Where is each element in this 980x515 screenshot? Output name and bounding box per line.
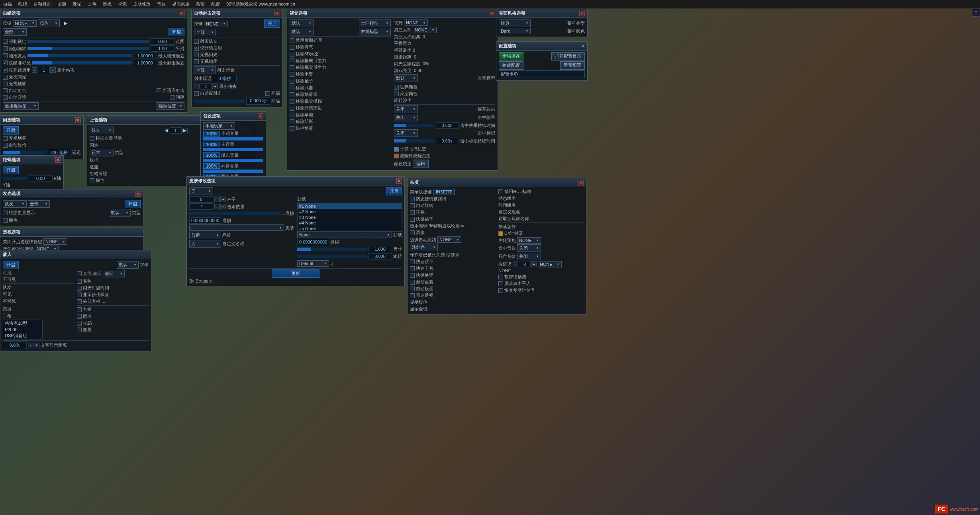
remove-grass-cb[interactable]	[290, 113, 294, 117]
xray-open-key-dropdown[interactable]: NONE	[43, 238, 67, 245]
menu-item-autoshoot[interactable]: 自动射击	[30, 0, 54, 8]
as-key-dropdown[interactable]: NONE	[204, 21, 228, 27]
remove-hand-cb[interactable]	[290, 72, 294, 77]
misc-header[interactable]: 杂项 ✕	[408, 178, 586, 187]
create-config-btn[interactable]: 创建配置	[499, 61, 523, 70]
connect-cb[interactable]	[410, 210, 415, 215]
force-lock-checkbox[interactable]	[3, 39, 8, 44]
skin-default-dropdown[interactable]: Default	[297, 260, 329, 267]
aimbot-enable-btn[interactable]: 开启	[169, 28, 184, 36]
death-sound-dropdown[interactable]: 关闭	[517, 253, 541, 260]
fast-label-cb[interactable]	[410, 266, 415, 271]
hit-effect-dropdown[interactable]: 关闭	[394, 114, 418, 121]
remove-shadow-cb[interactable]	[290, 119, 294, 124]
xray-header[interactable]: 透视选项	[0, 228, 143, 237]
aim-friend-value[interactable]: 1.00000	[133, 53, 157, 59]
auto-pressure-cb[interactable]	[3, 143, 8, 148]
weapon-item-p2000[interactable]: P2000	[3, 327, 42, 332]
remove-blur-cb[interactable]	[290, 99, 294, 104]
fake-lag-value[interactable]: 0	[519, 261, 531, 267]
only-visible-value[interactable]: 1.00000	[133, 60, 157, 66]
auto-reload-cb[interactable]	[410, 280, 415, 285]
auto-shoot-header[interactable]: 自动射击选项 ✕	[192, 9, 282, 18]
reset-config-btn[interactable]: 重置配置	[560, 61, 585, 70]
fast-switch-cb[interactable]	[410, 273, 415, 278]
aim-pos-dropdown[interactable]: 瞄准位置	[157, 102, 184, 110]
min-dmg-as-value[interactable]: 1	[200, 83, 212, 90]
pitch-enable-btn[interactable]: 开启	[3, 166, 19, 174]
only-visible-checkbox[interactable]	[3, 60, 8, 65]
menu-item-visual[interactable]: 视觉	[115, 0, 130, 8]
sticker-5[interactable]: #5 None	[298, 226, 402, 231]
fake-lag-plus[interactable]: +	[531, 261, 537, 267]
dist-minus[interactable]: -	[28, 343, 33, 348]
color-corr-edit-btn[interactable]: 编辑	[413, 160, 429, 168]
enemy-default-dropdown[interactable]: 默认	[117, 261, 139, 269]
menu-item-xray[interactable]: 透视	[100, 0, 115, 8]
sticker-wear-value[interactable]: 0.0000000000	[297, 239, 329, 245]
auto-rotate-cb[interactable]	[410, 203, 415, 208]
screen-effect-dropdown[interactable]: 关闭	[394, 105, 418, 113]
third-person-dropdown[interactable]: NONE	[413, 27, 437, 33]
recoil-enable-btn[interactable]: 开启	[3, 126, 19, 135]
remove-3dsky-cb[interactable]	[290, 52, 294, 57]
config-header[interactable]: 配置选项 ∧	[496, 42, 587, 51]
fov-dropdown[interactable]: NONE	[404, 20, 428, 26]
sticker-4[interactable]: #4 None	[298, 220, 402, 226]
enemy-header[interactable]: 敌人	[0, 250, 151, 259]
kills-minus[interactable]: -	[214, 204, 220, 209]
skin-update-btn[interactable]: 更新	[272, 269, 319, 278]
observer-model-dropdown[interactable]: 察觉模型	[359, 28, 391, 35]
glow-header[interactable]: 发光选项 ✕	[0, 189, 143, 198]
pink-color-dropdown[interactable]: 淡红色	[410, 244, 438, 251]
menu-item-chicken[interactable]: 吃鸡	[15, 0, 30, 8]
auto-shoot-close[interactable]: ✕	[274, 11, 280, 16]
shoot-friend-cb[interactable]	[194, 39, 199, 44]
menu-item-ui[interactable]: 界面风格	[169, 0, 193, 8]
ui-header[interactable]: 界面风格选项 ✕	[496, 9, 587, 18]
sound-player-dropdown[interactable]: 本地玩家	[203, 122, 235, 130]
remove-sleeve-cb[interactable]	[290, 79, 294, 84]
scope-only-as-cb[interactable]	[194, 46, 199, 51]
kills-value[interactable]: -1	[189, 203, 213, 210]
no-smoke-as-cb[interactable]	[194, 59, 199, 64]
glow-color-cb[interactable]	[3, 218, 8, 223]
glow-close[interactable]: ✕	[135, 191, 141, 197]
open-dir-btn[interactable]: 打开配置目录	[551, 52, 585, 60]
right-hp-cb[interactable]	[77, 328, 82, 332]
flash-time-cb[interactable]	[77, 286, 82, 291]
delay-value[interactable]: 0 毫秒	[213, 75, 237, 82]
sticker-rotate-value[interactable]: 0.000	[368, 253, 392, 259]
menu-item-recoil[interactable]: 回溯	[54, 0, 69, 8]
sticker-2[interactable]: #2 None	[298, 209, 402, 215]
uc-blood-cb[interactable]	[90, 136, 94, 141]
line-bottom-cb[interactable]	[77, 271, 82, 276]
skin-quality-dropdown[interactable]: 普通	[189, 232, 221, 239]
sky-color-cb[interactable]	[394, 92, 399, 96]
sticker-size-value[interactable]: 1.000	[368, 246, 392, 252]
help-button[interactable]: ?	[972, 9, 980, 17]
uc-count-prev[interactable]: ◀	[164, 128, 169, 133]
remove-weapon-cb[interactable]	[290, 86, 294, 90]
menu-item-sound[interactable]: 音效	[154, 0, 169, 8]
misc-close[interactable]: ✕	[578, 180, 584, 185]
min-dmg-value[interactable]: 1	[38, 67, 50, 73]
menu-item-config[interactable]: 配置	[208, 0, 223, 8]
no-flash-as-cb[interactable]	[194, 53, 199, 57]
skin-enable-btn[interactable]: 开启	[386, 187, 402, 195]
skin-name-dropdown[interactable]: 刀	[189, 240, 221, 248]
wear-value[interactable]: 0.0000000000	[189, 217, 221, 224]
visual-close[interactable]: ✕	[490, 11, 495, 16]
aimbot-panel-header[interactable]: 自瞄选项 ✕	[0, 9, 187, 18]
sticker-1[interactable]: #1 None	[298, 203, 402, 209]
config-name-input[interactable]: 配置名称	[499, 70, 585, 78]
min-dmg-minus[interactable]: -	[32, 67, 37, 73]
model-default-dropdown[interactable]: 默认	[290, 20, 314, 27]
scope-only-checkbox[interactable]	[3, 68, 8, 72]
sticker-none-dropdown[interactable]: None	[297, 232, 392, 238]
remove-vis-recoil-cb[interactable]	[290, 65, 294, 70]
c4-timer-cb[interactable]	[498, 231, 503, 236]
ui-close[interactable]: ✕	[579, 11, 585, 16]
weapon-item-usp[interactable]: USP消音版	[3, 332, 42, 339]
sticker-3[interactable]: #3 None	[298, 215, 402, 220]
